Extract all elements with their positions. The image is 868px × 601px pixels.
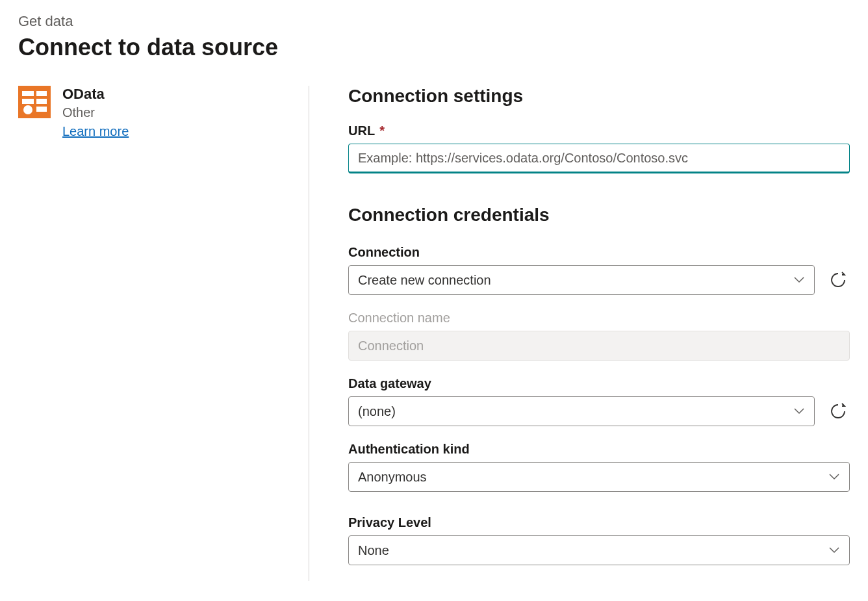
connection-dropdown[interactable]: Create new connection: [348, 265, 815, 295]
privacy-level-dropdown[interactable]: None: [348, 535, 850, 565]
svg-point-5: [23, 105, 32, 114]
data-gateway-dropdown-value: (none): [358, 404, 396, 419]
data-gateway-dropdown[interactable]: (none): [348, 396, 815, 426]
svg-rect-6: [36, 107, 47, 112]
breadcrumb: Get data: [18, 13, 850, 30]
auth-kind-label: Authentication kind: [348, 442, 850, 457]
auth-kind-dropdown[interactable]: Anonymous: [348, 462, 850, 492]
connection-name-input: [348, 331, 850, 361]
refresh-icon: [829, 271, 847, 289]
svg-rect-1: [22, 91, 34, 96]
connection-refresh-button[interactable]: [826, 268, 850, 292]
required-indicator: *: [379, 123, 385, 138]
page-title: Connect to data source: [18, 34, 850, 61]
connector-pane: OData Other Learn more: [18, 86, 309, 581]
connection-label: Connection: [348, 245, 850, 260]
connector-card: OData Other Learn more: [18, 86, 296, 139]
auth-kind-dropdown-value: Anonymous: [358, 470, 427, 485]
connection-dropdown-value: Create new connection: [358, 273, 491, 288]
svg-rect-3: [22, 99, 34, 104]
chevron-down-icon: [828, 544, 840, 556]
url-label: URL *: [348, 123, 850, 138]
chevron-down-icon: [828, 471, 840, 483]
svg-rect-2: [36, 91, 47, 96]
privacy-level-dropdown-value: None: [358, 543, 389, 558]
credentials-heading: Connection credentials: [348, 205, 850, 225]
url-input[interactable]: [348, 144, 850, 173]
connection-name-label: Connection name: [348, 311, 850, 326]
privacy-level-label: Privacy Level: [348, 515, 850, 530]
data-gateway-refresh-button[interactable]: [826, 400, 850, 423]
chevron-down-icon: [793, 274, 805, 286]
form-pane: Connection settings URL * Connection cre…: [309, 86, 850, 581]
connector-name: OData: [62, 86, 129, 103]
connector-category: Other: [62, 105, 129, 120]
chevron-down-icon: [793, 405, 805, 417]
settings-heading: Connection settings: [348, 86, 850, 107]
data-gateway-label: Data gateway: [348, 376, 850, 391]
odata-connector-icon: [18, 86, 51, 118]
svg-rect-4: [36, 99, 47, 104]
url-label-text: URL: [348, 123, 375, 138]
refresh-icon: [829, 402, 847, 420]
learn-more-link[interactable]: Learn more: [62, 124, 129, 139]
